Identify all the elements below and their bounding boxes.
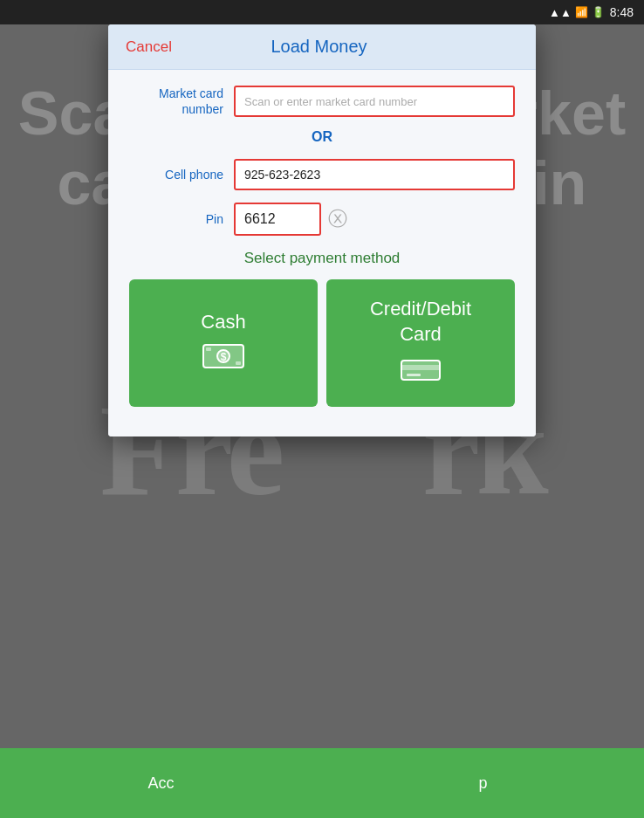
load-money-modal: Cancel Load Money Market cardnumber OR C… [108, 24, 536, 436]
pin-label: Pin [129, 211, 234, 227]
payment-buttons: Cash $ Credit/DebitCard [129, 279, 515, 406]
cash-button[interactable]: Cash $ [129, 279, 318, 406]
status-icons: ▲▲ 📶 🔋 [549, 6, 605, 19]
cell-phone-row: Cell phone [129, 159, 515, 190]
modal-title: Load Money [271, 37, 367, 57]
svg-rect-6 [401, 365, 440, 370]
status-bar: ▲▲ 📶 🔋 8:48 [0, 0, 644, 24]
cancel-button[interactable]: Cancel [126, 38, 172, 56]
or-divider: OR [129, 129, 515, 145]
svg-rect-3 [206, 347, 211, 351]
credit-debit-label: Credit/DebitCard [370, 297, 471, 347]
signal-icon: 📶 [575, 6, 588, 18]
cash-icon: $ [202, 342, 244, 375]
card-icon [400, 356, 442, 389]
wifi-icon: ▲▲ [549, 6, 572, 19]
pin-input[interactable] [234, 203, 321, 236]
modal-body: Market cardnumber OR Cell phone Pin ⓧ [108, 70, 536, 436]
market-card-row: Market cardnumber [129, 86, 515, 117]
pin-row: Pin ⓧ [129, 203, 515, 236]
pin-clear-button[interactable]: ⓧ [328, 210, 347, 229]
market-card-label: Market cardnumber [129, 86, 234, 117]
battery-icon: 🔋 [592, 6, 605, 18]
svg-text:$: $ [221, 351, 227, 363]
cell-phone-input[interactable] [234, 159, 515, 190]
pin-input-wrapper: ⓧ [234, 203, 515, 236]
status-time: 8:48 [610, 5, 634, 19]
market-card-input[interactable] [234, 86, 515, 117]
select-payment-label: Select payment method [129, 250, 515, 267]
svg-rect-7 [407, 374, 421, 376]
market-card-input-wrapper [234, 86, 515, 117]
credit-debit-button[interactable]: Credit/DebitCard [326, 279, 515, 406]
modal-header: Cancel Load Money [108, 24, 536, 70]
cell-phone-input-wrapper [234, 159, 515, 190]
svg-rect-4 [236, 361, 241, 365]
cell-phone-label: Cell phone [129, 167, 234, 182]
modal-overlay: Cancel Load Money Market cardnumber OR C… [0, 0, 644, 818]
cash-label: Cash [201, 311, 245, 333]
